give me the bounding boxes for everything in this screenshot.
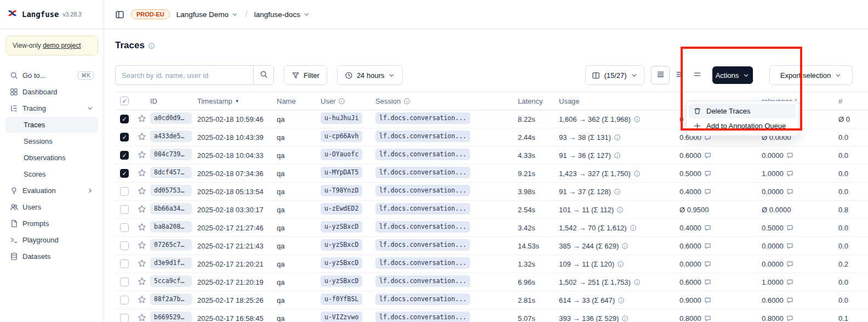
user-id-badge[interactable]: u-zEwdED2 [321,203,362,214]
actions-button[interactable]: Actions [712,66,753,84]
bookmark-star-icon[interactable] [138,150,146,161]
row-checkbox[interactable] [120,259,129,268]
row-checkbox[interactable] [120,296,129,304]
columns-button[interactable]: (15/27) [585,65,644,85]
user-id-badge[interactable]: u-OYauofc [321,149,362,160]
row-checkbox[interactable]: ✓ [120,151,129,160]
trace-id-badge[interactable]: ba8a208f... [150,221,192,233]
row-checkbox[interactable]: ✓ [120,133,129,142]
row-checkbox[interactable]: ✓ [120,115,129,123]
bookmark-star-icon[interactable] [138,168,146,179]
row-height-tall-button[interactable] [689,67,705,83]
trace-id-badge[interactable]: dd05753... [150,185,192,196]
row-checkbox[interactable] [120,205,129,214]
table-row[interactable]: 8b66a34...2025-02-18 03:30:17qau-zEwdED2… [115,201,868,219]
bookmark-star-icon[interactable] [138,259,146,269]
trace-id-badge[interactable]: a433de51... [150,131,192,142]
bookmark-star-icon[interactable] [138,223,146,233]
search-input[interactable] [115,65,253,85]
session-id-badge[interactable]: lf.docs.conversation... [375,221,470,233]
trace-id-badge[interactable]: 084c739... [150,149,192,160]
demo-project-link[interactable]: demo project [43,42,81,49]
sidebar-item-evaluation[interactable]: Evaluation [5,183,98,199]
bookmark-star-icon[interactable] [138,132,146,143]
trace-id-badge[interactable]: d3e9d1f2... [150,257,192,269]
trace-id-badge[interactable]: 5cca9cf2... [150,275,192,287]
session-id-badge[interactable]: lf.docs.conversation... [375,275,470,287]
trace-id-badge[interactable]: 8b66a34... [150,203,192,214]
bookmark-star-icon[interactable] [138,114,146,125]
sidebar-item-scores[interactable]: Scores [5,166,98,182]
bookmark-star-icon[interactable] [138,313,146,322]
select-all-checkbox[interactable]: ✓ [120,97,129,105]
table-row[interactable]: b669529...2025-02-17 16:58:45qau-VIZzvwo… [115,309,868,322]
trace-id-badge[interactable]: 88f2a7b0... [150,293,192,305]
row-checkbox[interactable] [120,241,129,250]
header-timestamp[interactable]: Timestamp ▼ [197,97,277,105]
filter-button[interactable]: Filter [284,65,327,85]
sidebar-toggle-icon[interactable] [115,10,124,19]
time-range-button[interactable]: 24 hours [337,65,403,85]
session-id-badge[interactable]: lf.docs.conversation... [375,293,470,305]
table-row[interactable]: ba8a208f...2025-02-17 21:27:46qau-yzSBxc… [115,219,868,237]
project-picker[interactable]: langfuse-docs [254,10,310,19]
sidebar-item-tracing[interactable]: Tracing [5,100,98,116]
user-id-badge[interactable]: u-yzSBxcD [321,275,362,287]
table-row[interactable]: ✓8dcf4574...2025-02-18 07:34:36qau-MYpDA… [115,165,868,183]
session-id-badge[interactable]: lf.docs.conversation... [375,167,470,178]
trace-id-badge[interactable]: 8dcf4574... [150,167,192,178]
user-id-badge[interactable]: u-f0YfBSL [321,293,362,305]
session-id-badge[interactable]: lf.docs.conversation... [375,312,470,322]
search-button[interactable] [253,65,274,85]
row-checkbox[interactable] [120,187,129,196]
table-row[interactable]: 07265c7a...2025-02-17 21:21:43qau-yzSBxc… [115,237,868,255]
row-height-medium-button[interactable] [672,67,687,83]
sidebar-item-playground[interactable]: Playground [5,232,98,248]
user-id-badge[interactable]: u-yzSBxcD [321,257,362,269]
menu-item-add-to-annotation-queue[interactable]: Add to Annotation Queue [689,118,796,133]
org-picker[interactable]: Langfuse Demo [176,10,238,19]
sidebar-item-observations[interactable]: Observations [5,150,98,166]
session-id-badge[interactable]: lf.docs.conversation... [375,203,470,214]
sidebar-item-dashboard[interactable]: Dashboard [5,84,98,100]
session-id-badge[interactable]: lf.docs.conversation... [375,131,470,142]
sidebar-item-prompts[interactable]: Prompts [5,216,98,231]
sidebar-item-sessions[interactable]: Sessions [5,133,98,149]
row-checkbox[interactable] [120,314,129,322]
row-checkbox[interactable]: ✓ [120,169,129,178]
goto-search[interactable]: Go to... ⌘K [5,67,98,83]
trace-id-badge[interactable]: a0cd0d9... [150,112,192,124]
table-row[interactable]: 88f2a7b0...2025-02-17 18:25:26qau-f0YfBS… [115,291,868,309]
table-row[interactable]: d3e9d1f2...2025-02-17 21:20:21qau-yzSBxc… [115,255,868,273]
menu-item-delete-traces[interactable]: Delete Traces [689,104,796,118]
trace-id-badge[interactable]: 07265c7a... [150,239,192,251]
sidebar-item-users[interactable]: Users [5,199,98,215]
user-id-badge[interactable]: u-huJhuJi [321,112,362,124]
row-checkbox[interactable] [120,223,129,232]
session-id-badge[interactable]: lf.docs.conversation... [375,112,470,124]
user-id-badge[interactable]: u-T98YnzD [321,185,362,196]
trace-id-badge[interactable]: b669529... [150,312,192,322]
bookmark-star-icon[interactable] [138,277,146,287]
user-id-badge[interactable]: u-cp66Avh [321,131,362,142]
session-id-badge[interactable]: lf.docs.conversation... [375,149,470,160]
session-id-badge[interactable]: lf.docs.conversation... [375,239,470,251]
session-id-badge[interactable]: lf.docs.conversation... [375,185,470,196]
user-id-badge[interactable]: u-yzSBxcD [321,221,362,233]
user-id-badge[interactable]: u-yzSBxcD [321,239,362,251]
sidebar-item-datasets[interactable]: Datasets [5,248,98,264]
bookmark-star-icon[interactable] [138,187,146,197]
row-checkbox[interactable] [120,278,129,286]
bookmark-star-icon[interactable] [138,241,146,251]
row-height-compact-button[interactable] [651,66,670,84]
bookmark-star-icon[interactable] [138,295,146,306]
sidebar-item-traces[interactable]: Traces [5,117,98,133]
session-id-badge[interactable]: lf.docs.conversation... [375,257,470,269]
table-row[interactable]: 5cca9cf2...2025-02-17 21:20:19qau-yzSBxc… [115,273,868,291]
export-selection-button[interactable]: Export selection [769,65,853,85]
user-id-badge[interactable]: u-MYpDAT5 [321,167,362,178]
bookmark-star-icon[interactable] [138,205,146,215]
table-row[interactable]: ✓084c739...2025-02-18 10:04:33qau-OYauof… [115,146,868,165]
table-row[interactable]: dd05753...2025-02-18 05:13:54qau-T98YnzD… [115,183,868,201]
user-id-badge[interactable]: u-VIZzvwo [321,312,362,322]
